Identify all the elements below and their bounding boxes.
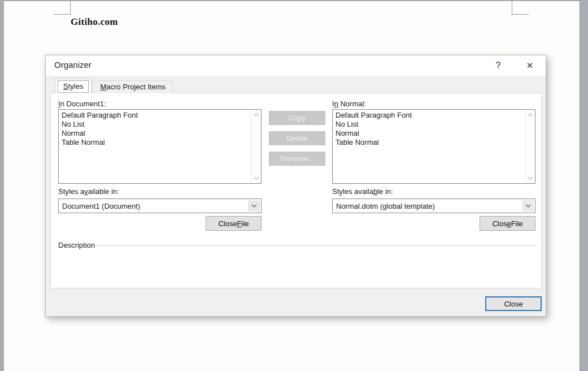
tab-macro-label: Macro Project Items — [100, 83, 165, 91]
in-document-list-label: In Document1: — [58, 100, 106, 109]
in-normal-list-label: In Normal: — [332, 100, 366, 109]
in-document-list-items: Default Paragraph Font No List Normal Ta… — [59, 110, 251, 183]
list-item[interactable]: Default Paragraph Font — [59, 111, 251, 120]
chevron-down-icon — [525, 204, 531, 208]
close-button[interactable]: Close — [485, 296, 542, 311]
tab-strip: Styles Macro Project Items — [55, 79, 173, 93]
styles-available-right-combo[interactable]: Normal.dotm (global template) — [332, 199, 535, 213]
combo-value: Document1 (Document) — [62, 202, 140, 210]
dialog-close-button[interactable]: ✕ — [521, 55, 539, 76]
in-normal-listbox[interactable]: Default Paragraph Font No List Normal Ta… — [332, 109, 535, 184]
scrollbar[interactable] — [251, 110, 261, 183]
copy-button[interactable]: Copy — [269, 111, 325, 125]
crop-mark-top-right — [512, 0, 512, 14]
crop-mark-top-left — [70, 0, 71, 14]
screen-top-edge — [0, 0, 588, 1]
list-item[interactable]: No List — [59, 120, 251, 129]
dialog-title: Organizer — [54, 60, 92, 70]
close-file-left-button[interactable]: Close File — [206, 216, 262, 231]
chevron-down-icon — [251, 204, 257, 208]
list-item[interactable]: Normal — [333, 129, 525, 138]
crop-mark-top-right — [512, 14, 529, 15]
organizer-dialog: Organizer ? ✕ Styles Macro Project Items… — [45, 55, 546, 317]
styles-tab-panel: In Document1: In Normal: Default Paragra… — [50, 93, 542, 288]
tab-styles[interactable]: Styles — [55, 79, 92, 93]
list-item[interactable]: Normal — [59, 129, 251, 138]
styles-available-right-label: Styles available in: — [332, 187, 393, 196]
styles-available-left-combo[interactable]: Document1 (Document) — [58, 199, 262, 213]
combo-dropdown-button[interactable] — [522, 200, 534, 212]
scroll-up-icon[interactable] — [526, 110, 535, 119]
combo-dropdown-button[interactable] — [248, 200, 260, 212]
close-file-right-button[interactable]: Close File — [480, 216, 535, 231]
scroll-down-icon[interactable] — [526, 174, 535, 183]
page-edge-right — [580, 0, 588, 371]
close-icon: ✕ — [526, 61, 534, 71]
dialog-titlebar: Organizer ? ✕ — [46, 55, 546, 76]
rename-button[interactable]: Rename... — [269, 152, 325, 166]
tab-styles-label: Styles — [58, 80, 89, 93]
description-label: Description — [58, 241, 95, 250]
list-item[interactable]: Table Normal — [333, 138, 525, 147]
tab-macro-project-items[interactable]: Macro Project Items — [93, 80, 173, 93]
scroll-down-icon[interactable] — [252, 174, 261, 183]
list-item[interactable]: Default Paragraph Font — [333, 111, 525, 120]
combo-value: Normal.dotm (global template) — [336, 202, 435, 210]
in-document-listbox[interactable]: Default Paragraph Font No List Normal Ta… — [58, 109, 262, 184]
crop-mark-top-left — [54, 14, 71, 15]
help-icon: ? — [496, 61, 501, 71]
document-header-text: Gitiho.com — [71, 16, 118, 28]
page-edge-left — [0, 0, 4, 371]
list-item[interactable]: Table Normal — [59, 138, 251, 147]
list-item[interactable]: No List — [333, 120, 525, 129]
in-normal-list-items: Default Paragraph Font No List Normal Ta… — [333, 110, 525, 183]
scroll-up-icon[interactable] — [252, 110, 261, 119]
scrollbar[interactable] — [525, 110, 535, 183]
description-divider — [95, 245, 537, 246]
styles-available-left-label: Styles available in: — [58, 187, 119, 196]
help-button[interactable]: ? — [489, 55, 507, 76]
delete-button[interactable]: Delete — [269, 131, 325, 145]
